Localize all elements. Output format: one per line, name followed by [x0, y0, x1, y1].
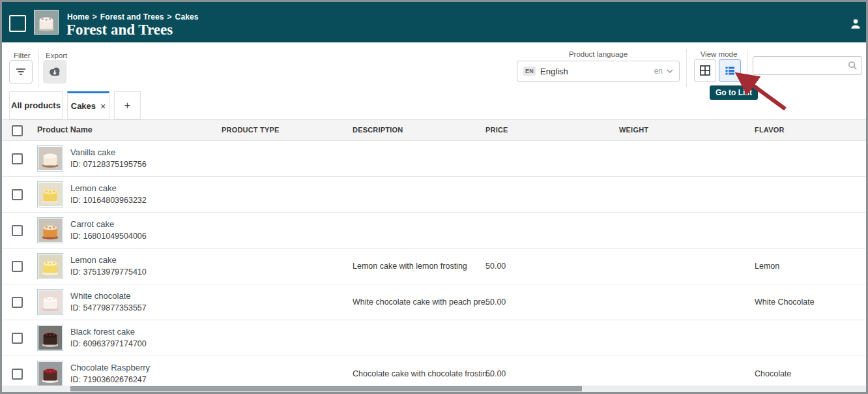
export-button[interactable] [43, 60, 66, 83]
toolbar-divider [686, 49, 687, 87]
row-checkbox[interactable] [12, 333, 23, 344]
table-body: Vanilla cake ID: 07128375195756 Lemon ca… [2, 141, 866, 392]
table-row: White chocolate ID: 54779877353557 White… [2, 284, 866, 320]
breadcrumb-catalog[interactable]: Forest and Trees [100, 12, 164, 22]
column-price[interactable]: PRICE [485, 120, 508, 140]
column-product-type[interactable]: PRODUCT TYPE [222, 120, 280, 140]
breadcrumb: Home>Forest and Trees>Cakes [67, 12, 198, 22]
go-to-list-tooltip: Go to List [710, 85, 758, 100]
search-box [753, 56, 862, 75]
tab-cakes[interactable]: Cakes × [67, 91, 109, 119]
row-checkbox[interactable] [12, 189, 23, 200]
product-id: ID: 71903602676247 [70, 375, 147, 384]
cake-image [38, 219, 62, 242]
product-name[interactable]: Carrot cake [70, 219, 114, 229]
user-account-icon[interactable] [849, 18, 862, 31]
grid-view-icon [699, 65, 711, 76]
filter-icon [15, 67, 27, 77]
product-thumbnail[interactable] [37, 181, 63, 207]
row-checkbox[interactable] [12, 225, 23, 236]
cake-image [38, 362, 62, 386]
export-label: Export [46, 52, 67, 59]
chevron-down-icon [667, 69, 673, 73]
row-checkbox[interactable] [12, 261, 23, 272]
page-title: Forest and Trees [66, 22, 173, 38]
product-thumbnail[interactable] [37, 289, 63, 315]
product-name[interactable]: Vanilla cake [70, 147, 115, 157]
row-checkbox[interactable] [12, 369, 23, 380]
breadcrumb-separator: > [167, 12, 172, 22]
cake-image [38, 254, 62, 278]
product-id: ID: 07128375195756 [70, 160, 147, 169]
scrollbar-thumb[interactable] [70, 386, 582, 391]
breadcrumb-cakes[interactable]: Cakes [175, 12, 199, 22]
table-header: Product Name PRODUCT TYPE DESCRIPTION PR… [2, 119, 866, 141]
plus-icon: + [124, 100, 130, 112]
breadcrumb-separator: > [93, 12, 97, 22]
list-view-icon [724, 65, 736, 76]
select-all-checkbox[interactable] [12, 125, 23, 136]
product-thumbnail[interactable] [37, 217, 63, 243]
product-thumbnail[interactable] [37, 145, 63, 172]
product-thumbnail[interactable] [37, 253, 63, 279]
grid-view-button[interactable] [694, 59, 716, 82]
column-weight[interactable]: WEIGHT [619, 120, 648, 140]
horizontal-scrollbar[interactable] [2, 386, 866, 392]
cake-image [38, 183, 62, 206]
cell-price: 50.00 [485, 284, 506, 320]
table-row: Lemon cake ID: 10164803963232 [2, 177, 866, 213]
product-id: ID: 60963797174700 [70, 339, 147, 348]
list-view-button[interactable] [719, 59, 741, 82]
filter-button[interactable] [9, 60, 33, 83]
product-name[interactable]: Chocolate Raspberry [70, 363, 150, 372]
view-mode-label: View mode [694, 50, 744, 58]
tab-add-button[interactable]: + [114, 91, 141, 119]
cell-description: White chocolate cake with peach pre... [353, 284, 492, 320]
product-id: ID: 54779877353557 [70, 303, 147, 312]
product-language-select[interactable]: EN English en [517, 61, 680, 82]
cake-image [38, 290, 62, 314]
cell-price: 50.00 [485, 249, 506, 284]
column-product-name[interactable]: Product Name [37, 120, 93, 140]
product-name[interactable]: Lemon cake [70, 255, 117, 265]
cake-image [38, 326, 62, 350]
row-checkbox[interactable] [12, 297, 23, 308]
search-input[interactable] [753, 56, 862, 75]
product-name[interactable]: Black forest cake [70, 327, 135, 337]
column-description[interactable]: DESCRIPTION [353, 120, 403, 140]
cell-flavor: Lemon [755, 249, 779, 284]
product-thumbnail[interactable] [37, 361, 63, 387]
table-row: Vanilla cake ID: 07128375195756 [2, 141, 866, 177]
tab-all-products[interactable]: All products [9, 91, 63, 119]
cell-description: Lemon cake with lemon frosting [353, 249, 467, 284]
product-id: ID: 16801049504006 [70, 232, 147, 241]
product-name[interactable]: Lemon cake [70, 183, 117, 193]
toolbar-divider [38, 49, 39, 87]
toolbar: Filter Export Product language EN Englis… [2, 42, 866, 92]
toolbar-divider [747, 49, 748, 87]
window-frame: Home>Forest and Trees>Cakes Forest and T… [0, 0, 868, 394]
breadcrumb-home[interactable]: Home [67, 12, 89, 22]
filter-label: Filter [14, 52, 31, 59]
product-language-label: Product language [517, 50, 680, 58]
row-checkbox[interactable] [12, 153, 23, 164]
table-row: Black forest cake ID: 60963797174700 [2, 320, 866, 356]
column-flavor[interactable]: FLAVOR [755, 120, 785, 140]
tab-label: Cakes [71, 101, 96, 111]
product-thumbnail[interactable] [37, 325, 63, 351]
search-icon [848, 61, 858, 70]
language-value: English [540, 67, 654, 76]
product-id: ID: 37513979775410 [70, 267, 147, 277]
tab-label: All products [11, 100, 61, 110]
product-id: ID: 10164803963232 [70, 196, 147, 205]
menu-square-icon[interactable] [9, 15, 26, 32]
language-code: en [654, 67, 663, 76]
language-flag-badge: EN [523, 67, 536, 76]
cake-image [38, 147, 62, 170]
product-name[interactable]: White chocolate [70, 291, 131, 301]
cloud-download-icon [47, 65, 63, 79]
cake-logo-icon [35, 10, 58, 34]
tab-close-icon[interactable]: × [100, 101, 106, 112]
page: Home>Forest and Trees>Cakes Forest and T… [2, 2, 866, 392]
cell-flavor: White Chocolate [755, 284, 815, 320]
